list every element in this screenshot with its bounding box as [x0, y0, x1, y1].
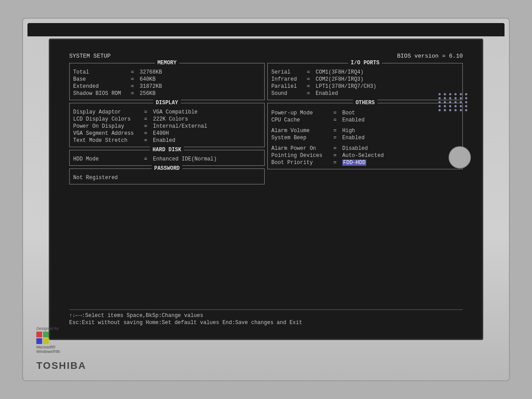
disp-lcd-colors: LCD Display Colors = 222K Colors — [73, 116, 261, 123]
others-alarm-vol: Alarm Volume = High — [271, 127, 459, 134]
trackball[interactable] — [449, 146, 471, 168]
others-system-beep: System Beep = Enabled — [271, 134, 459, 141]
others-powerup: Power-up Mode = Boot — [271, 110, 459, 117]
win-logo-green — [43, 332, 49, 337]
bios-footer: ↑↓←→:Select items Space,BkSp:Change valu… — [69, 309, 463, 327]
win-logo-red — [36, 332, 42, 337]
screen-bezel: SYSTEM SETUP BIOS version = 6.10 MEMORY … — [49, 39, 483, 340]
bios-screen: SYSTEM SETUP BIOS version = 6.10 MEMORY … — [62, 47, 470, 331]
win-logo-yellow — [43, 338, 49, 344]
brand-label: TOSHIBA — [36, 360, 86, 372]
hard-disk-section: HARD DISK HDD Mode = Enhanced IDE(Normal… — [69, 150, 265, 166]
designed-for-label: Designed for — [36, 326, 59, 331]
mem-total-value: 32768KB — [140, 69, 184, 75]
io-infrared: Infrared = COM2(2F8H/IRQ3) — [271, 76, 459, 83]
hdd-mode: HDD Mode = Enhanced IDE(Normal) — [73, 156, 261, 163]
password-value: Not Registered — [73, 175, 184, 181]
mem-extended-value: 31872KB — [140, 83, 184, 90]
others-title: OTHERS — [353, 100, 377, 106]
io-ports-title: I/O PORTS — [348, 60, 382, 66]
others-pointing: Pointing Devices = Auto-Selected — [271, 152, 459, 159]
bios-header: SYSTEM SETUP BIOS version = 6.10 — [69, 53, 463, 59]
memory-section: MEMORY Total = 32768KB Base = 640KB — [69, 63, 265, 100]
io-ports-section: I/O PORTS Serial = COM1(3F8H/IRQ4) Infra… — [267, 63, 463, 100]
windows-badge: Designed for Microsoft® Windows®95 — [36, 326, 60, 354]
password-section: PASSWORD Not Registered — [69, 168, 265, 184]
windows-label: Windows®95 — [36, 349, 60, 354]
io-ports-content: Serial = COM1(3F8H/IRQ4) Infrared = COM2… — [271, 69, 459, 97]
password-value-line: Not Registered — [73, 174, 261, 181]
others-alarm-power: Alarm Power On = Disabled — [271, 145, 459, 152]
mem-shadow-label: Shadow BIOS ROM — [73, 90, 131, 97]
disp-text-mode: Text Mode Stretch = Enabled — [73, 137, 261, 144]
main-grid: MEMORY Total = 32768KB Base = 640KB — [69, 63, 463, 293]
display-section: DISPLAY Display Adaptor = VGA Compatible… — [69, 103, 265, 147]
disp-vga-seg: VGA Segment Address = E400H — [73, 130, 261, 137]
right-col: I/O PORTS Serial = COM1(3F8H/IRQ4) Infra… — [267, 63, 463, 293]
mem-extended: Extended = 31872KB — [73, 83, 261, 90]
mem-base-label: Base — [73, 76, 131, 82]
io-parallel: Parallel = LPT1(378H/IRQ7/CH3) — [271, 83, 459, 90]
top-bar — [27, 23, 505, 36]
mem-total-label: Total — [73, 69, 131, 75]
password-content: Not Registered — [73, 174, 261, 181]
others-boot-priority: Boot Priority = FDD→HDD — [271, 159, 459, 166]
disp-adaptor: Display Adaptor = VGA Compatible — [73, 109, 261, 116]
others-cpu-cache: CPU Cache = Enabled — [271, 117, 459, 124]
display-title: DISPLAY — [153, 100, 180, 106]
bios-title: SYSTEM SETUP — [69, 53, 111, 59]
disp-power-on: Power On Display = Internal/External — [73, 123, 261, 130]
password-title: PASSWORD — [152, 165, 183, 172]
left-col: MEMORY Total = 32768KB Base = 640KB — [69, 63, 265, 293]
mem-extended-label: Extended — [73, 83, 131, 90]
io-sound: Sound = Enabled — [271, 90, 459, 97]
io-serial: Serial = COM1(3F8H/IRQ4) — [271, 69, 459, 76]
laptop-body: SYSTEM SETUP BIOS version = 6.10 MEMORY … — [22, 18, 510, 381]
mem-shadow-value: 256KB — [140, 90, 184, 97]
bios-version: BIOS version = 6.10 — [397, 53, 463, 59]
speaker-dots — [438, 93, 469, 111]
win-logo-blue — [36, 338, 42, 344]
memory-title: MEMORY — [155, 60, 179, 66]
mem-shadow: Shadow BIOS ROM = 256KB — [73, 90, 261, 97]
footer-line2: Esc:Exit without saving Home:Set default… — [69, 320, 463, 326]
hard-disk-content: HDD Mode = Enhanced IDE(Normal) — [73, 156, 261, 163]
others-section: OTHERS Power-up Mode = Boot CPU Cache = … — [267, 103, 463, 169]
others-spacer2 — [271, 141, 459, 145]
mem-total: Total = 32768KB — [73, 69, 261, 76]
windows-logo — [36, 332, 49, 344]
others-content: Power-up Mode = Boot CPU Cache = Enabled — [271, 110, 459, 166]
footer-line1: ↑↓←→:Select items Space,BkSp:Change valu… — [69, 313, 463, 319]
display-content: Display Adaptor = VGA Compatible LCD Dis… — [73, 109, 261, 144]
memory-content: Total = 32768KB Base = 640KB Extended — [73, 69, 261, 97]
hard-disk-title: HARD DISK — [150, 147, 184, 153]
others-spacer1 — [271, 124, 459, 127]
mem-base: Base = 640KB — [73, 76, 261, 83]
mem-base-value: 640KB — [140, 76, 184, 82]
ms-label: Microsoft® — [36, 345, 55, 349]
